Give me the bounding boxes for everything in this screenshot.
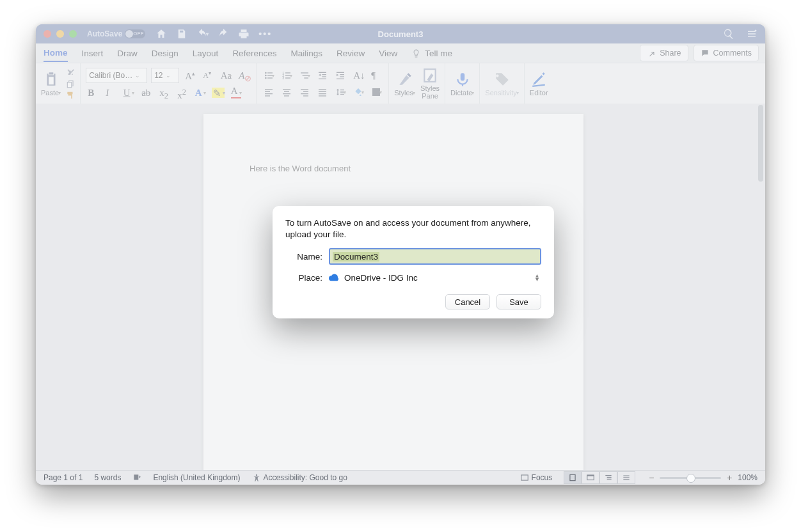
svg-rect-50 (624, 476, 630, 476)
svg-rect-51 (624, 477, 630, 478)
print-layout-view[interactable] (564, 471, 582, 484)
dialog-message: To turn AutoSave on and access your docu… (285, 217, 541, 240)
spellcheck-icon[interactable] (132, 473, 141, 482)
place-select[interactable]: OneDrive - IDG Inc ▴▾ (329, 270, 541, 285)
svg-rect-49 (607, 479, 612, 480)
save-button[interactable]: Save (496, 294, 541, 309)
svg-point-42 (255, 474, 257, 476)
zoom-in-button[interactable]: + (725, 473, 734, 483)
svg-rect-43 (521, 475, 528, 480)
focus-mode[interactable]: Focus (520, 473, 553, 482)
person-icon (252, 473, 261, 482)
focus-icon (520, 473, 529, 482)
view-buttons (564, 471, 635, 484)
status-bar: Page 1 of 1 5 words English (United King… (36, 470, 765, 485)
svg-rect-47 (606, 475, 612, 476)
draft-view[interactable] (617, 471, 635, 484)
outline-view[interactable] (599, 471, 617, 484)
zoom-slider[interactable] (660, 477, 721, 479)
zoom-thumb[interactable] (686, 474, 695, 483)
autosave-dialog: To turn AutoSave on and access your docu… (273, 206, 554, 318)
name-input[interactable]: Document3 (329, 248, 541, 265)
svg-rect-52 (624, 479, 630, 480)
page-indicator[interactable]: Page 1 of 1 (44, 473, 83, 482)
zoom-level[interactable]: 100% (738, 473, 757, 482)
app-window: AutoSave OFF ▾ ••• Document3 Home Insert… (36, 24, 765, 485)
svg-rect-44 (570, 474, 575, 480)
zoom-control: − + 100% (647, 473, 757, 483)
svg-rect-48 (607, 477, 612, 478)
web-layout-view[interactable] (582, 471, 599, 484)
cancel-button[interactable]: Cancel (445, 294, 490, 309)
name-label: Name: (285, 252, 322, 262)
word-count[interactable]: 5 words (94, 473, 121, 482)
svg-rect-46 (587, 475, 594, 476)
updown-icon: ▴▾ (535, 274, 539, 281)
accessibility-indicator[interactable]: Accessibility: Good to go (252, 473, 347, 482)
language-indicator[interactable]: English (United Kingdom) (153, 473, 240, 482)
place-label: Place: (285, 273, 322, 283)
onedrive-icon (329, 274, 339, 281)
zoom-out-button[interactable]: − (647, 473, 656, 483)
